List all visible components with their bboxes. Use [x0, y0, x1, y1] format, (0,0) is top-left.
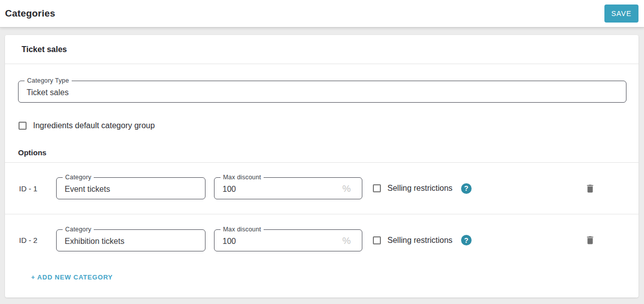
category-type-field: Category Type [18, 81, 626, 103]
ingredients-default-checkbox-row[interactable]: Ingredients default category group [19, 121, 626, 130]
app-header: Categories SAVE [0, 0, 644, 27]
ingredients-default-checkbox-label: Ingredients default category group [33, 121, 155, 130]
selling-restrictions-checkbox[interactable] [373, 184, 381, 192]
selling-restrictions-checkbox[interactable] [373, 236, 381, 244]
max-discount-field: Max discount % [214, 177, 362, 199]
trash-icon [585, 183, 595, 194]
category-group-card: Ticket sales Category Type Ingredients d… [5, 35, 638, 297]
category-row-2: ID - 2 Category Max discount % Selling r… [18, 214, 626, 266]
max-discount-field: Max discount % [214, 229, 362, 251]
save-button[interactable]: SAVE [604, 5, 638, 23]
selling-restrictions-checkbox-row[interactable]: Selling restrictions [373, 184, 453, 193]
trash-icon [585, 235, 595, 245]
max-discount-input[interactable] [214, 178, 362, 199]
category-input[interactable] [57, 230, 205, 251]
add-row: + ADD NEW CATEGORY [18, 266, 626, 281]
max-discount-field-label: Max discount [221, 174, 264, 181]
max-discount-input[interactable] [214, 230, 362, 251]
category-row-1: ID - 1 Category Max discount % Selling r… [5, 163, 638, 214]
delete-row-button[interactable] [583, 181, 597, 196]
selling-restrictions-label: Selling restrictions [387, 184, 453, 193]
options-heading: Options [18, 148, 626, 157]
delete-row-button[interactable] [583, 233, 597, 247]
page-title: Categories [5, 8, 55, 19]
category-field-label: Category [63, 174, 94, 181]
category-input[interactable] [57, 178, 205, 199]
category-type-label: Category Type [25, 77, 72, 84]
max-discount-field-label: Max discount [221, 226, 264, 233]
add-new-category-button[interactable]: + ADD NEW CATEGORY [31, 273, 113, 281]
category-field-label: Category [63, 226, 94, 233]
help-icon[interactable]: ? [461, 183, 472, 194]
card-body: Category Type Ingredients default catego… [5, 64, 638, 281]
card-header: Ticket sales [5, 35, 638, 64]
ingredients-default-checkbox[interactable] [19, 122, 27, 130]
category-field: Category [56, 229, 205, 251]
row-id-label: ID - 1 [18, 184, 56, 193]
category-field: Category [56, 177, 205, 199]
row-id-label: ID - 2 [18, 236, 56, 244]
category-type-input[interactable] [19, 81, 626, 102]
section-title: Ticket sales [22, 45, 67, 54]
help-icon[interactable]: ? [461, 235, 472, 245]
selling-restrictions-checkbox-row[interactable]: Selling restrictions [373, 236, 453, 245]
selling-restrictions-label: Selling restrictions [387, 236, 453, 245]
